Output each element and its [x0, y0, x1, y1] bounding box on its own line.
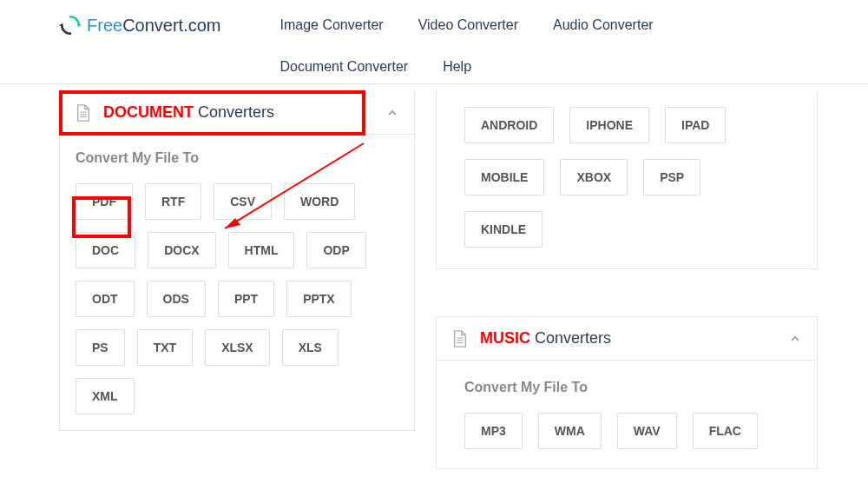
- fmt-odt[interactable]: ODT: [76, 281, 135, 317]
- right-column: ANDROID IPHONE IPAD MOBILE XBOX PSP KIND…: [436, 91, 818, 487]
- nav-document-converter[interactable]: Document Converter: [263, 54, 426, 80]
- fmt-rtf[interactable]: RTF: [145, 183, 201, 220]
- logo-text: FreeConvert.com: [87, 16, 221, 36]
- panel-title: MUSIC Converters: [480, 329, 611, 348]
- main-content: DOCUMENT Converters Convert My File To P…: [0, 84, 868, 487]
- fmt-doc[interactable]: DOC: [76, 232, 135, 268]
- nav-audio-converter[interactable]: Audio Converter: [536, 12, 671, 38]
- document-converters-panel: DOCUMENT Converters Convert My File To P…: [59, 91, 415, 431]
- music-converters-panel: MUSIC Converters Convert My File To MP3 …: [436, 316, 818, 469]
- document-icon: [452, 330, 468, 348]
- fmt-mobile[interactable]: MOBILE: [464, 159, 544, 195]
- convert-subtitle: Convert My File To: [76, 150, 398, 166]
- fmt-kindle[interactable]: KINDLE: [464, 211, 542, 248]
- fmt-flac[interactable]: FLAC: [693, 413, 758, 449]
- fmt-ppt[interactable]: PPT: [218, 281, 274, 317]
- fmt-html[interactable]: HTML: [228, 232, 295, 268]
- nav-image-converter[interactable]: Image Converter: [263, 12, 401, 38]
- device-panel-body: ANDROID IPHONE IPAD MOBILE XBOX PSP KIND…: [436, 91, 818, 269]
- music-panel-header[interactable]: MUSIC Converters: [437, 317, 817, 361]
- fmt-docx[interactable]: DOCX: [148, 232, 215, 268]
- left-column: DOCUMENT Converters Convert My File To P…: [59, 91, 415, 487]
- fmt-pptx[interactable]: PPTX: [286, 281, 352, 317]
- fmt-psp[interactable]: PSP: [643, 159, 700, 195]
- fmt-iphone[interactable]: IPHONE: [569, 107, 649, 143]
- document-panel-body: Convert My File To PDF RTF CSV WORD DOC …: [60, 135, 414, 430]
- fmt-csv[interactable]: CSV: [214, 183, 272, 220]
- fmt-ps[interactable]: PS: [76, 329, 125, 366]
- fmt-xbox[interactable]: XBOX: [560, 159, 628, 195]
- fmt-ods[interactable]: ODS: [147, 281, 206, 317]
- music-formats: MP3 WMA WAV FLAC: [464, 413, 789, 449]
- fmt-ipad[interactable]: IPAD: [665, 107, 726, 143]
- nav-help[interactable]: Help: [425, 54, 489, 80]
- fmt-android[interactable]: ANDROID: [464, 107, 554, 143]
- convert-subtitle: Convert My File To: [464, 380, 789, 395]
- document-icon: [76, 104, 91, 122]
- nav-video-converter[interactable]: Video Converter: [401, 12, 536, 38]
- logo-free: Free: [87, 16, 122, 35]
- main-nav: Image Converter Video Converter Audio Co…: [263, 12, 801, 96]
- site-header: FreeConvert.com Image Converter Video Co…: [0, 0, 868, 84]
- panel-title: DOCUMENT Converters: [103, 103, 274, 122]
- fmt-xls[interactable]: XLS: [282, 329, 339, 366]
- chevron-up-icon: [386, 107, 398, 119]
- panel-title-rest: Converters: [530, 329, 611, 347]
- logo[interactable]: FreeConvert.com: [59, 14, 221, 36]
- logo-com: .com: [183, 16, 220, 35]
- document-formats: PDF RTF CSV WORD DOC DOCX HTML ODP ODT O…: [76, 183, 398, 414]
- fmt-xlsx[interactable]: XLSX: [205, 329, 270, 366]
- fmt-wav[interactable]: WAV: [617, 413, 677, 449]
- fmt-odp[interactable]: ODP: [306, 232, 365, 268]
- fmt-txt[interactable]: TXT: [137, 329, 193, 366]
- document-panel-header[interactable]: DOCUMENT Converters: [60, 91, 414, 135]
- panel-title-highlight: MUSIC: [480, 329, 530, 347]
- fmt-wma[interactable]: WMA: [538, 413, 602, 449]
- fmt-word[interactable]: WORD: [284, 183, 355, 220]
- chevron-up-icon: [789, 333, 801, 345]
- fmt-xml[interactable]: XML: [76, 378, 135, 414]
- logo-convert: Convert: [122, 16, 183, 35]
- panel-title-rest: Converters: [194, 103, 274, 121]
- device-formats: ANDROID IPHONE IPAD MOBILE XBOX PSP KIND…: [464, 107, 789, 248]
- panel-title-highlight: DOCUMENT: [103, 103, 194, 121]
- refresh-icon: [59, 14, 82, 36]
- fmt-pdf[interactable]: PDF: [76, 183, 133, 220]
- fmt-mp3[interactable]: MP3: [464, 413, 523, 449]
- music-panel-body: Convert My File To MP3 WMA WAV FLAC: [437, 361, 817, 468]
